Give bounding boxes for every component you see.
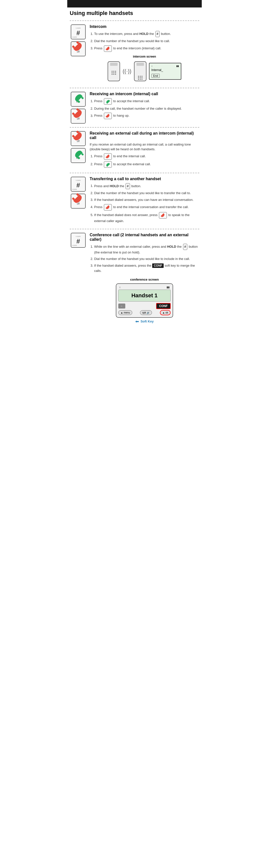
inline-hash-btn: # <box>156 31 160 37</box>
mini-talk-icon <box>106 99 110 104</box>
transfer-content: Transferring a call to another handset P… <box>90 177 199 225</box>
off-button-3: off <box>71 131 86 146</box>
conference-icons: i-com # i-com <box>70 233 87 248</box>
intercom-steps: To use the intercom, press and HOLD the … <box>90 31 199 52</box>
inline-talk-btn-1 <box>104 98 112 105</box>
conf-battery-icon: ▮▮ <box>167 286 170 288</box>
mini-end-icon <box>106 46 110 51</box>
section-conference: i-com # i-com Conference call (2 interna… <box>70 229 199 328</box>
inline-talk-btn-2 <box>104 161 112 168</box>
conference-content: Conference call (2 internal handsets and… <box>90 233 199 324</box>
intercom-diagram-area: intercom screen ((·)) <box>90 55 199 81</box>
intercom-screen-box: ↕ ▮▮ Internal_ End <box>149 63 181 80</box>
intercom-content: Intercom To use the intercom, press and … <box>90 24 199 84</box>
inline-hash-btn-2: # <box>126 183 130 189</box>
inline-off-btn-5 <box>159 212 167 219</box>
conference-screen-inner: Handset 1 <box>118 289 171 302</box>
intercom-title: Intercom <box>90 24 199 29</box>
transfer-step-3: If the handset dialed answers, you can h… <box>94 197 199 203</box>
receiving-step-2: During the call, the handset number of t… <box>94 106 199 112</box>
up-arrow-icon-2: ▲ <box>162 311 165 314</box>
screen-end-button: End <box>152 74 160 78</box>
hash-icom-button-2: i-com # i-com <box>71 177 86 192</box>
conference-step-2: Dial the number of the handset you would… <box>94 256 199 262</box>
off-button-4: off <box>71 194 86 209</box>
handset1-label: Handset 1 <box>121 292 168 299</box>
transfer-step-5: If the handset dialed does not answer, p… <box>94 212 199 224</box>
external-intercom-title: Receiving an external call during an int… <box>90 131 199 140</box>
conf-antenna-icon: ↕ <box>119 286 121 288</box>
menu-nav-btn: ▲ menu <box>118 310 132 315</box>
receiving-intercom-steps: Press to accept the internal call. Durin… <box>90 98 199 119</box>
mini-talk-icon-2 <box>106 162 110 167</box>
transfer-steps: Press and HOLD the # button. Dial the nu… <box>90 183 199 224</box>
intercom-step-2: Dial the number of the handset you would… <box>94 39 199 44</box>
up-arrow-icon: ▲ <box>121 311 123 314</box>
receiving-step-1: Press to accept the internal call. <box>94 98 199 105</box>
inline-hash-btn-3: # <box>183 244 187 250</box>
handset-diagram-2 <box>134 61 146 81</box>
conference-steps: While on the line with an external calle… <box>90 244 199 274</box>
page-title: Using multiple handsets <box>70 10 199 17</box>
arrow-right-icon: ⬅ <box>135 319 139 324</box>
mini-end-icon-3 <box>106 154 110 159</box>
talk-call-icon-1 <box>74 93 82 102</box>
external-intercom-content: Receiving an external call during an int… <box>90 131 199 169</box>
battery-icon: ▮▮ <box>176 65 179 67</box>
external-intercom-steps: Press to end the internal call. Press to… <box>90 153 199 168</box>
conference-title: Conference call (2 internal handsets and… <box>90 233 199 242</box>
handset-keypad-2 <box>138 76 142 80</box>
off-button-2: off <box>71 108 86 124</box>
radio-waves-icon: ((·)) <box>123 68 131 74</box>
transfer-step-1: Press and HOLD the # button. <box>94 183 199 189</box>
external-intercom-icons: off talk <box>70 131 87 163</box>
section-receiving-intercom: talk off Receiving an intercom (internal… <box>70 88 199 127</box>
off-button-1: off <box>71 41 86 56</box>
screen-internal-text: Internal_ <box>152 68 179 72</box>
spk-nav-btn: spk 🔊 <box>140 310 152 315</box>
soft-key-label: Soft Key <box>140 319 154 323</box>
screen-status-bar: ↕ ▮▮ <box>152 65 179 67</box>
talk-button-1: talk <box>71 92 86 107</box>
talk-call-icon-2 <box>74 149 82 158</box>
conf-button-label: CONF <box>152 264 164 268</box>
inline-off-btn-3 <box>104 153 112 160</box>
transfer-step-4: Press to end the internal conversation a… <box>94 204 199 211</box>
section-intercom-icons: i-com # i-com off <box>70 24 87 56</box>
receiving-step-3: Press to hang up. <box>94 113 199 119</box>
top-bar <box>67 0 202 7</box>
handset-screen-1 <box>110 63 117 66</box>
intercom-step-1: To use the intercom, press and HOLD the … <box>94 31 199 37</box>
conf-conf-btn: CONF <box>156 303 171 309</box>
conference-screen: ↕ ▮▮ Handset 1 ← CONF ▲ menu spk <box>116 283 173 318</box>
conference-step-1: While on the line with an external calle… <box>94 244 199 255</box>
hash-icom-button-3: i-com # i-com <box>71 233 86 248</box>
external-step-2: Press to accept the external call. <box>94 161 199 168</box>
receiving-intercom-title: Receiving an intercom (internal) call <box>90 92 199 96</box>
mini-end-icon-4 <box>106 205 110 210</box>
inline-off-btn-1 <box>104 45 112 52</box>
conf-status-bar: ↕ ▮▮ <box>118 286 171 288</box>
conference-screen-label: conference screen <box>130 278 159 281</box>
conf-softkey-row: ← CONF <box>118 303 171 309</box>
antenna-icon: ↕ <box>152 65 153 67</box>
handset-diagram-1 <box>108 61 120 81</box>
intercom-diagram: ((·)) ↕ ▮▮ Internal_ <box>90 61 199 81</box>
receiving-intercom-content: Receiving an intercom (internal) call Pr… <box>90 92 199 121</box>
handset-keypad-1 <box>111 71 116 75</box>
hash-icom-button: i-com # i-com <box>71 24 86 39</box>
intercom-step-3: Press to end the intercom (internal) cal… <box>94 45 199 52</box>
conf-nav-row: ▲ menu spk 🔊 ▲ ok <box>118 310 171 315</box>
receiving-icons: talk off <box>70 92 87 124</box>
conference-diagram: conference screen ↕ ▮▮ Handset 1 ← CONF … <box>90 278 199 324</box>
speaker-icon: 🔊 <box>147 311 150 314</box>
section-transfer: i-com # i-com off Transferring a call to… <box>70 173 199 229</box>
transfer-icons: i-com # i-com off <box>70 177 87 209</box>
soft-key-indicator: ⬅ Soft Key <box>135 319 154 324</box>
section-intercom: i-com # i-com off Intercom To use the in… <box>70 21 199 88</box>
section-external-during-intercom: off talk Receiving an external call duri… <box>70 127 199 173</box>
mini-end-icon-5 <box>161 213 165 218</box>
conf-back-btn: ← <box>118 304 125 309</box>
transfer-step-2: Dial the number of the handset you would… <box>94 191 199 196</box>
conference-step-3: If the handset dialed answers, press the… <box>94 263 199 274</box>
